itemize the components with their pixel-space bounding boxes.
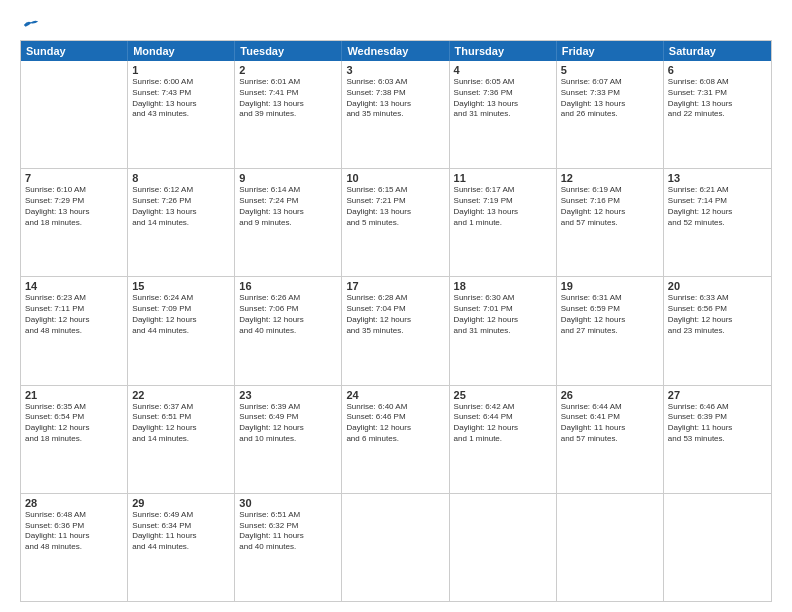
calendar-row: 14Sunrise: 6:23 AM Sunset: 7:11 PM Dayli… [21,277,771,385]
cell-info: Sunrise: 6:00 AM Sunset: 7:43 PM Dayligh… [132,77,230,120]
cell-info: Sunrise: 6:24 AM Sunset: 7:09 PM Dayligh… [132,293,230,336]
calendar-cell: 5Sunrise: 6:07 AM Sunset: 7:33 PM Daylig… [557,61,664,168]
day-number: 25 [454,389,552,401]
cell-info: Sunrise: 6:26 AM Sunset: 7:06 PM Dayligh… [239,293,337,336]
calendar-cell: 3Sunrise: 6:03 AM Sunset: 7:38 PM Daylig… [342,61,449,168]
day-number: 17 [346,280,444,292]
calendar-cell: 6Sunrise: 6:08 AM Sunset: 7:31 PM Daylig… [664,61,771,168]
weekday-header: Wednesday [342,41,449,61]
calendar-cell [450,494,557,601]
calendar-cell: 18Sunrise: 6:30 AM Sunset: 7:01 PM Dayli… [450,277,557,384]
cell-info: Sunrise: 6:14 AM Sunset: 7:24 PM Dayligh… [239,185,337,228]
day-number: 15 [132,280,230,292]
weekday-header: Thursday [450,41,557,61]
calendar-body: 1Sunrise: 6:00 AM Sunset: 7:43 PM Daylig… [21,61,771,601]
calendar-row: 1Sunrise: 6:00 AM Sunset: 7:43 PM Daylig… [21,61,771,169]
day-number: 16 [239,280,337,292]
calendar-cell: 17Sunrise: 6:28 AM Sunset: 7:04 PM Dayli… [342,277,449,384]
cell-info: Sunrise: 6:12 AM Sunset: 7:26 PM Dayligh… [132,185,230,228]
cell-info: Sunrise: 6:33 AM Sunset: 6:56 PM Dayligh… [668,293,767,336]
cell-info: Sunrise: 6:01 AM Sunset: 7:41 PM Dayligh… [239,77,337,120]
calendar-cell: 23Sunrise: 6:39 AM Sunset: 6:49 PM Dayli… [235,386,342,493]
calendar-cell [664,494,771,601]
calendar-cell [342,494,449,601]
day-number: 21 [25,389,123,401]
cell-info: Sunrise: 6:17 AM Sunset: 7:19 PM Dayligh… [454,185,552,228]
day-number: 19 [561,280,659,292]
cell-info: Sunrise: 6:15 AM Sunset: 7:21 PM Dayligh… [346,185,444,228]
logo-bird-icon [22,18,40,32]
cell-info: Sunrise: 6:10 AM Sunset: 7:29 PM Dayligh… [25,185,123,228]
logo [20,18,40,32]
calendar-cell: 2Sunrise: 6:01 AM Sunset: 7:41 PM Daylig… [235,61,342,168]
calendar-cell: 8Sunrise: 6:12 AM Sunset: 7:26 PM Daylig… [128,169,235,276]
calendar-cell [21,61,128,168]
cell-info: Sunrise: 6:30 AM Sunset: 7:01 PM Dayligh… [454,293,552,336]
day-number: 8 [132,172,230,184]
header [20,18,772,32]
day-number: 24 [346,389,444,401]
weekday-header: Saturday [664,41,771,61]
calendar-row: 28Sunrise: 6:48 AM Sunset: 6:36 PM Dayli… [21,494,771,601]
calendar-row: 21Sunrise: 6:35 AM Sunset: 6:54 PM Dayli… [21,386,771,494]
day-number: 28 [25,497,123,509]
calendar-header: SundayMondayTuesdayWednesdayThursdayFrid… [21,41,771,61]
calendar-cell: 19Sunrise: 6:31 AM Sunset: 6:59 PM Dayli… [557,277,664,384]
day-number: 30 [239,497,337,509]
weekday-header: Sunday [21,41,128,61]
cell-info: Sunrise: 6:07 AM Sunset: 7:33 PM Dayligh… [561,77,659,120]
weekday-header: Monday [128,41,235,61]
calendar-cell: 20Sunrise: 6:33 AM Sunset: 6:56 PM Dayli… [664,277,771,384]
weekday-header: Friday [557,41,664,61]
day-number: 3 [346,64,444,76]
calendar-cell: 24Sunrise: 6:40 AM Sunset: 6:46 PM Dayli… [342,386,449,493]
cell-info: Sunrise: 6:40 AM Sunset: 6:46 PM Dayligh… [346,402,444,445]
day-number: 23 [239,389,337,401]
calendar-cell: 16Sunrise: 6:26 AM Sunset: 7:06 PM Dayli… [235,277,342,384]
page: SundayMondayTuesdayWednesdayThursdayFrid… [0,0,792,612]
calendar-row: 7Sunrise: 6:10 AM Sunset: 7:29 PM Daylig… [21,169,771,277]
cell-info: Sunrise: 6:23 AM Sunset: 7:11 PM Dayligh… [25,293,123,336]
day-number: 14 [25,280,123,292]
day-number: 5 [561,64,659,76]
cell-info: Sunrise: 6:49 AM Sunset: 6:34 PM Dayligh… [132,510,230,553]
cell-info: Sunrise: 6:37 AM Sunset: 6:51 PM Dayligh… [132,402,230,445]
day-number: 12 [561,172,659,184]
day-number: 4 [454,64,552,76]
day-number: 2 [239,64,337,76]
calendar-cell: 15Sunrise: 6:24 AM Sunset: 7:09 PM Dayli… [128,277,235,384]
cell-info: Sunrise: 6:03 AM Sunset: 7:38 PM Dayligh… [346,77,444,120]
day-number: 6 [668,64,767,76]
calendar-cell: 29Sunrise: 6:49 AM Sunset: 6:34 PM Dayli… [128,494,235,601]
calendar-cell: 22Sunrise: 6:37 AM Sunset: 6:51 PM Dayli… [128,386,235,493]
calendar-cell: 12Sunrise: 6:19 AM Sunset: 7:16 PM Dayli… [557,169,664,276]
calendar-cell: 10Sunrise: 6:15 AM Sunset: 7:21 PM Dayli… [342,169,449,276]
cell-info: Sunrise: 6:48 AM Sunset: 6:36 PM Dayligh… [25,510,123,553]
calendar-cell: 28Sunrise: 6:48 AM Sunset: 6:36 PM Dayli… [21,494,128,601]
cell-info: Sunrise: 6:28 AM Sunset: 7:04 PM Dayligh… [346,293,444,336]
cell-info: Sunrise: 6:44 AM Sunset: 6:41 PM Dayligh… [561,402,659,445]
day-number: 11 [454,172,552,184]
calendar-cell: 4Sunrise: 6:05 AM Sunset: 7:36 PM Daylig… [450,61,557,168]
calendar-cell: 1Sunrise: 6:00 AM Sunset: 7:43 PM Daylig… [128,61,235,168]
cell-info: Sunrise: 6:46 AM Sunset: 6:39 PM Dayligh… [668,402,767,445]
weekday-header: Tuesday [235,41,342,61]
calendar-cell: 14Sunrise: 6:23 AM Sunset: 7:11 PM Dayli… [21,277,128,384]
calendar-cell: 9Sunrise: 6:14 AM Sunset: 7:24 PM Daylig… [235,169,342,276]
day-number: 27 [668,389,767,401]
day-number: 22 [132,389,230,401]
day-number: 13 [668,172,767,184]
day-number: 29 [132,497,230,509]
day-number: 26 [561,389,659,401]
cell-info: Sunrise: 6:05 AM Sunset: 7:36 PM Dayligh… [454,77,552,120]
cell-info: Sunrise: 6:42 AM Sunset: 6:44 PM Dayligh… [454,402,552,445]
cell-info: Sunrise: 6:31 AM Sunset: 6:59 PM Dayligh… [561,293,659,336]
calendar-cell: 13Sunrise: 6:21 AM Sunset: 7:14 PM Dayli… [664,169,771,276]
calendar-cell: 27Sunrise: 6:46 AM Sunset: 6:39 PM Dayli… [664,386,771,493]
calendar-cell: 11Sunrise: 6:17 AM Sunset: 7:19 PM Dayli… [450,169,557,276]
cell-info: Sunrise: 6:35 AM Sunset: 6:54 PM Dayligh… [25,402,123,445]
cell-info: Sunrise: 6:08 AM Sunset: 7:31 PM Dayligh… [668,77,767,120]
cell-info: Sunrise: 6:19 AM Sunset: 7:16 PM Dayligh… [561,185,659,228]
calendar-cell: 26Sunrise: 6:44 AM Sunset: 6:41 PM Dayli… [557,386,664,493]
day-number: 1 [132,64,230,76]
